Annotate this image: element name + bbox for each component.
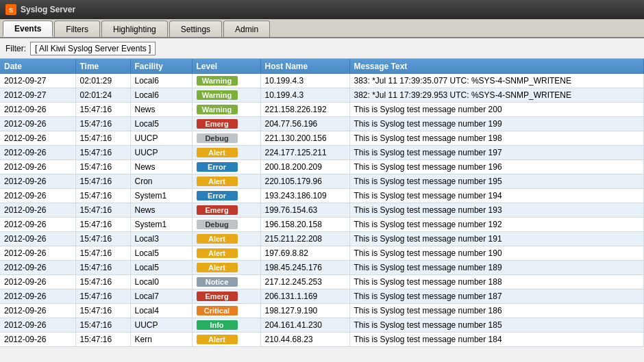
table-row[interactable]: 2012-09-2615:47:16Local0Notice217.12.245… [0,275,644,289]
table-row[interactable]: 2012-09-2615:47:16UUCPAlert224.177.125.2… [0,146,644,160]
cell-level: Debug [192,131,260,146]
cell-facility: News [130,103,192,117]
cell-hostname: 196.158.20.158 [260,218,349,232]
table-row[interactable]: 2012-09-2615:47:16Local5Alert197.69.8.82… [0,246,644,261]
cell-hostname: 200.18.200.209 [260,160,349,174]
cell-hostname: 204.77.56.196 [260,117,349,131]
cell-message: This is Syslog test message number 199 [349,117,644,131]
table-row[interactable]: 2012-09-2615:47:16Local3Alert215.211.22.… [0,232,644,246]
cell-level: Warning [192,103,260,117]
cell-facility: UUCP [130,131,192,146]
cell-message: This is Syslog test message number 198 [349,131,644,146]
cell-time: 15:47:16 [75,146,130,160]
cell-time: 15:47:16 [75,318,130,333]
table-row[interactable]: 2012-09-2615:47:16UUCPInfo204.161.41.230… [0,318,644,333]
cell-date: 2012-09-26 [0,289,75,304]
cell-hostname: 215.211.22.208 [260,232,349,246]
cell-date: 2012-09-26 [0,189,75,203]
table-row[interactable]: 2012-09-2615:47:16NewsEmerg199.76.154.63… [0,203,644,218]
table-row[interactable]: 2012-09-2615:47:16Local4Critical198.127.… [0,304,644,318]
cell-message: This is Syslog test message number 192 [349,218,644,232]
cell-date: 2012-09-26 [0,117,75,131]
cell-hostname: 193.243.186.109 [260,189,349,203]
col-facility: Facility [130,59,192,74]
tab-filters[interactable]: Filters [54,21,100,37]
cell-date: 2012-09-26 [0,246,75,261]
cell-facility: Local3 [130,232,192,246]
cell-date: 2012-09-26 [0,304,75,318]
cell-message: 382: *Jul 11 17:39:29.953 UTC: %SYS-4-SN… [349,88,644,103]
table-row[interactable]: 2012-09-2702:01:24Local6Warning10.199.4.… [0,88,644,103]
cell-level: Emerg [192,117,260,131]
filter-label: Filter: [5,44,26,53]
cell-facility: Local6 [130,88,192,103]
col-hostname: Host Name [260,59,349,74]
tab-events[interactable]: Events [3,21,53,37]
table-row[interactable]: 2012-09-2615:47:16KernAlert210.44.68.23T… [0,333,644,347]
cell-facility: UUCP [130,146,192,160]
cell-hostname: 217.12.245.253 [260,275,349,289]
tab-admin[interactable]: Admin [223,21,270,37]
cell-level: Alert [192,246,260,261]
col-date: Date [0,59,75,74]
table-row[interactable]: 2012-09-2615:47:16NewsWarning221.158.226… [0,103,644,117]
cell-time: 15:47:16 [75,289,130,304]
col-message: Message Text [349,59,644,74]
cell-message: This is Syslog test message number 190 [349,246,644,261]
cell-facility: Local4 [130,304,192,318]
cell-level: Alert [192,146,260,160]
cell-message: This is Syslog test message number 187 [349,289,644,304]
cell-facility: System1 [130,189,192,203]
col-level: Level [192,59,260,74]
cell-facility: System1 [130,218,192,232]
table-row[interactable]: 2012-09-2615:47:16Local5Emerg204.77.56.1… [0,117,644,131]
cell-message: This is Syslog test message number 188 [349,275,644,289]
table-row[interactable]: 2012-09-2615:47:16CronAlert220.105.179.9… [0,174,644,189]
cell-date: 2012-09-26 [0,318,75,333]
cell-hostname: 197.69.8.82 [260,246,349,261]
cell-date: 2012-09-26 [0,146,75,160]
cell-time: 15:47:16 [75,131,130,146]
cell-facility: News [130,203,192,218]
cell-level: Alert [192,232,260,246]
table-row[interactable]: 2012-09-2615:47:16UUCPDebug221.130.200.1… [0,131,644,146]
table-row[interactable]: 2012-09-2615:47:16NewsError200.18.200.20… [0,160,644,174]
cell-time: 15:47:16 [75,232,130,246]
cell-hostname: 221.158.226.192 [260,103,349,117]
cell-date: 2012-09-26 [0,103,75,117]
cell-date: 2012-09-26 [0,174,75,189]
cell-level: Emerg [192,289,260,304]
cell-date: 2012-09-26 [0,160,75,174]
cell-message: This is Syslog test message number 196 [349,160,644,174]
table-row[interactable]: 2012-09-2615:47:16System1Error193.243.18… [0,189,644,203]
cell-time: 02:01:29 [75,74,130,88]
tab-highlighting[interactable]: Highlighting [101,21,168,37]
tab-settings[interactable]: Settings [169,21,222,37]
cell-date: 2012-09-26 [0,203,75,218]
cell-facility: News [130,160,192,174]
cell-facility: Cron [130,174,192,189]
cell-message: This is Syslog test message number 197 [349,146,644,160]
table-row[interactable]: 2012-09-2615:47:16Local7Emerg206.131.1.1… [0,289,644,304]
table-row[interactable]: 2012-09-2615:47:16Local5Alert198.45.245.… [0,261,644,275]
cell-hostname: 220.105.179.96 [260,174,349,189]
cell-message: This is Syslog test message number 184 [349,333,644,347]
cell-level: Alert [192,261,260,275]
cell-hostname: 206.131.1.169 [260,289,349,304]
cell-level: Warning [192,88,260,103]
filter-bar: Filter: [ All Kiwi Syslog Server Events … [0,38,644,59]
table-row[interactable]: 2012-09-2615:47:16System1Debug196.158.20… [0,218,644,232]
cell-facility: Local5 [130,246,192,261]
cell-time: 15:47:16 [75,203,130,218]
cell-facility: Kern [130,333,192,347]
filter-value: [ All Kiwi Syslog Server Events ] [30,42,156,55]
log-table-container: Date Time Facility Level Host Name Messa… [0,59,644,362]
cell-hostname: 10.199.4.3 [260,74,349,88]
title-bar: S Syslog Server [0,0,644,19]
cell-level: Notice [192,275,260,289]
cell-date: 2012-09-26 [0,131,75,146]
cell-facility: Local6 [130,74,192,88]
table-row[interactable]: 2012-09-2702:01:29Local6Warning10.199.4.… [0,74,644,88]
col-time: Time [75,59,130,74]
cell-level: Info [192,318,260,333]
